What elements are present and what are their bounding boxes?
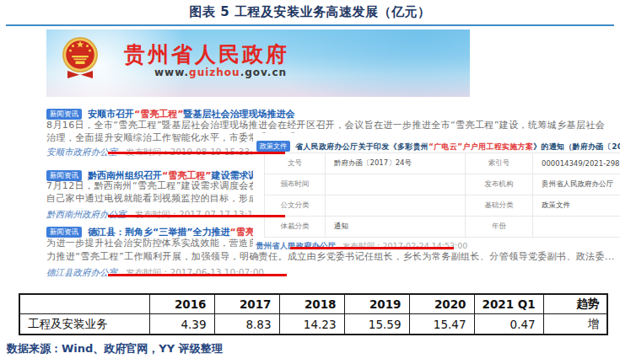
metrics-value: 4.39 — [149, 314, 214, 335]
meta-label: 发布机构 — [466, 174, 533, 195]
metrics-value: 15.47 — [409, 314, 474, 335]
table-row: 文号 黔府办函〔2017〕24号 索引号 000014349/2021-2981… — [265, 153, 620, 174]
url-www: www. — [154, 67, 189, 78]
publish-time-label: 发布时间： — [135, 209, 180, 219]
policy-title-highlight: “广电云”户户用工程实施方案 — [429, 142, 533, 151]
metrics-header-year: 2017 — [214, 294, 279, 314]
metrics-header-year: 2016 — [149, 294, 214, 314]
metrics-header-empty — [19, 294, 149, 314]
gov-site-banner: 贵州省人民政府 www.guizhou.gov.cn — [46, 29, 470, 97]
national-emblem-icon — [61, 35, 100, 82]
policy-badge: 政策文件 — [256, 141, 290, 152]
metrics-value: 0.47 — [474, 314, 543, 335]
metrics-table: 2016 2017 2018 2019 2020 2021 Q1 趋势 工程及安… — [19, 293, 608, 335]
policy-doc-title: 省人民政府办公厅关于印发《多彩贵州“广电云”户户用工程实施方案》的通知（黔府办函… — [295, 142, 620, 151]
metrics-value: 14.23 — [279, 314, 344, 335]
news-item-2-publisher-row: 黔西南州政府办公室发布时间：2017-07-17 13:10:00 — [46, 205, 273, 221]
metrics-header-year: 2018 — [279, 294, 344, 314]
policy-title-pre: 省人民政府办公厅关于印发《多彩贵州 — [295, 142, 429, 151]
table-row: 体裁分类 通知 年份 — [265, 217, 620, 238]
url-suffix: .gov.cn — [240, 67, 287, 78]
figure-canvas: 图表 5 工程及安装业务高速发展（亿元） 贵州省人民政府 — [0, 0, 620, 364]
site-name: 贵州省人民政府 — [124, 40, 289, 68]
meta-value: 通知 — [326, 217, 466, 238]
meta-value: 000014349/2021-2981388 — [533, 153, 620, 174]
meta-label: 颁布时间 — [265, 174, 326, 195]
meta-label: 索引号 — [466, 153, 533, 174]
news-item-1-body-line1: 8月16日，全市“雪亮工程”暨基层社会治理现场推进会在经开区召开，会议旨在进一步… — [46, 119, 605, 131]
metrics-header-trend: 趋势 — [543, 294, 607, 314]
meta-value: 黔府办函〔2017〕24号 — [326, 153, 466, 174]
metrics-header-year: 2021 Q1 — [474, 294, 543, 314]
metrics-value: 8.83 — [214, 314, 279, 335]
table-row: 颁布时间 发布机构 贵州省人民政府办公厅 — [265, 174, 620, 195]
policy-title-post: 》的通知（黔府办函〔2017〕 — [533, 142, 620, 151]
policy-doc-panel: 政策文件省人民政府办公厅关于印发《多彩贵州“广电云”户户用工程实施方案》的通知（… — [253, 133, 620, 249]
meta-label: 基础分类 — [466, 195, 533, 217]
figure-title: 图表 5 工程及安装业务高速发展（亿元） — [0, 4, 620, 20]
metrics-header-row: 2016 2017 2018 2019 2020 2021 Q1 趋势 — [19, 294, 607, 314]
title-divider — [6, 24, 614, 26]
metrics-trend: 增 — [543, 314, 607, 335]
red-underline-annotation — [108, 215, 285, 217]
table-row: 公文分类 基础分类 政策文件 — [265, 195, 620, 217]
news-item-1-publisher-row: 安顺市政府办公室发布时间：2019-08-19 15:33:59 — [46, 142, 264, 158]
publisher-link: 安顺市政府办公室 — [46, 147, 117, 157]
policy-doc-meta-table: 文号 黔府办函〔2017〕24号 索引号 000014349/2021-2981… — [264, 153, 620, 238]
metrics-row-label: 工程及安装业务 — [19, 314, 149, 335]
metrics-header-year: 2019 — [344, 294, 409, 314]
meta-value — [533, 217, 620, 238]
metrics-value: 15.59 — [344, 314, 409, 335]
meta-label: 年份 — [466, 217, 533, 238]
metrics-data-row: 工程及安装业务 4.39 8.83 14.23 15.59 15.47 0.47… — [19, 314, 607, 335]
data-source-note: 数据来源：Wind、政府官网，YY 评级整理 — [7, 341, 223, 356]
meta-label: 公文分类 — [265, 195, 326, 217]
meta-label: 文号 — [265, 153, 326, 174]
meta-value: 政策文件 — [533, 195, 620, 217]
meta-label: 体裁分类 — [265, 217, 326, 238]
site-url: www.guizhou.gov.cn — [154, 67, 287, 78]
url-domain: guizhou — [189, 67, 240, 78]
policy-doc-title-row: 政策文件省人民政府办公厅关于印发《多彩贵州“广电云”户户用工程实施方案》的通知（… — [256, 136, 620, 153]
meta-value — [326, 174, 466, 195]
news-item-3-body-line2: 力推进“雪亮工程”工作顺利开展，加强领导，明确责任。成立由乡党委书记任组长，乡长… — [46, 250, 615, 263]
meta-value — [326, 195, 466, 217]
meta-value: 贵州省人民政府办公厅 — [533, 174, 620, 195]
red-underline-annotation — [108, 274, 287, 276]
publish-time: 发布时间：2017-07-17 13:10:00 — [135, 209, 273, 219]
news-item-3-publisher-row: 德江县政府办公室发布时间：2017-06-13 10:07:00 — [46, 263, 264, 279]
red-underline-annotation — [290, 247, 454, 249]
red-underline-annotation — [108, 152, 285, 154]
publisher-link: 德江县政府办公室 — [46, 267, 117, 277]
metrics-header-year: 2020 — [409, 294, 474, 314]
publisher-link: 黔西南州政府办公室 — [46, 209, 127, 219]
